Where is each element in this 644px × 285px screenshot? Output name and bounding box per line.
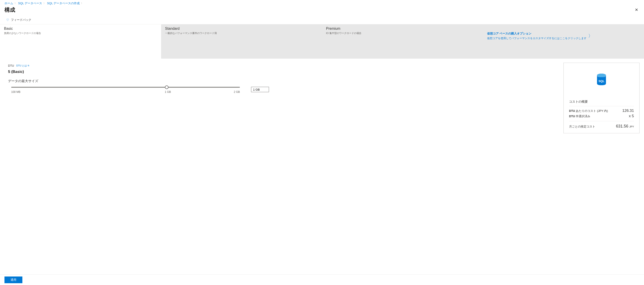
- tier-premium[interactable]: Premium IO 集中型のワークロードの場合: [322, 24, 483, 58]
- tier-premium-desc: IO 集中型のワークロードの場合: [326, 32, 479, 35]
- cost-selected-value: x 5: [629, 114, 634, 118]
- max-data-size-label: データの最大サイズ: [8, 79, 559, 83]
- page-title: 構成: [4, 6, 15, 14]
- heart-icon: ♡: [6, 18, 9, 22]
- tier-standard-desc: 一般的なパフォーマンス要件のワークロード用: [165, 32, 318, 35]
- tier-selector: Basic 負荷の少ないワークロードの場合 Standard 一般的なパフォーマ…: [0, 24, 644, 58]
- cost-per-dtu-label: DTU あたりのコスト (JPY 内): [569, 109, 608, 113]
- size-input[interactable]: [251, 87, 269, 92]
- breadcrumb-sql-db[interactable]: SQL データベース: [18, 1, 42, 5]
- dtu-value: 5 (Basic): [8, 70, 559, 74]
- svg-text:SQL: SQL: [598, 80, 604, 83]
- tier-standard[interactable]: Standard 一般的なパフォーマンス要件のワークロード用: [161, 24, 322, 58]
- breadcrumb-create[interactable]: SQL データベースの作成: [47, 1, 80, 5]
- slider-min-label: 100 MB: [11, 90, 20, 94]
- chevron-right-icon: 〉: [588, 33, 593, 39]
- chevron-right-icon: 〉: [81, 2, 83, 5]
- cost-monthly-label: 月ごとの推定コスト: [569, 124, 595, 129]
- chevron-right-icon: 〉: [44, 2, 46, 5]
- cost-monthly-value: 631.56 JPY: [616, 124, 634, 129]
- tier-premium-title: Premium: [326, 26, 479, 31]
- tier-basic-desc: 負荷の少ないワークロードの場合: [4, 32, 157, 35]
- tier-vcore[interactable]: 仮想コア ベースの購入オプション 仮想コアを使用してパフォーマンスをカスタマイズ…: [483, 24, 644, 58]
- tier-basic-title: Basic: [4, 26, 157, 31]
- cost-summary-title: コストの概要: [564, 97, 639, 106]
- slider-thumb[interactable]: [165, 86, 168, 89]
- feedback-button[interactable]: ♡ フィードバック: [0, 16, 644, 24]
- cost-selected-label: DTU 件選択済み: [569, 114, 590, 118]
- chevron-right-icon: 〉: [14, 2, 17, 5]
- slider-max-label: 2 GB: [234, 90, 240, 94]
- tier-standard-title: Standard: [165, 26, 318, 31]
- vcore-desc: 仮想コアを使用してパフォーマンスをカスタマイズするにはここをクリックします: [487, 36, 586, 40]
- slider-mid-label: 1 GB: [165, 90, 171, 94]
- cost-per-dtu-value: 126.31: [622, 108, 634, 113]
- breadcrumb: ホーム 〉 SQL データベース 〉 SQL データベースの作成 〉: [0, 0, 644, 6]
- sql-database-icon: SQL: [596, 73, 606, 86]
- vcore-title: 仮想コア ベースの購入オプション: [487, 32, 586, 36]
- cost-summary-panel: SQL コストの概要 DTU あたりのコスト (JPY 内) 126.31 DT…: [564, 63, 640, 133]
- feedback-label: フィードバック: [11, 18, 31, 22]
- tier-basic[interactable]: Basic 負荷の少ないワークロードの場合: [0, 24, 161, 58]
- external-link-icon: ⧉: [28, 64, 29, 67]
- dtu-info-link[interactable]: DTU とは ⧉: [16, 64, 29, 67]
- close-icon[interactable]: ✕: [634, 6, 640, 13]
- size-slider[interactable]: [11, 87, 240, 88]
- breadcrumb-home[interactable]: ホーム: [4, 1, 13, 5]
- dtu-label: DTU: [8, 64, 14, 67]
- svg-point-1: [597, 74, 606, 77]
